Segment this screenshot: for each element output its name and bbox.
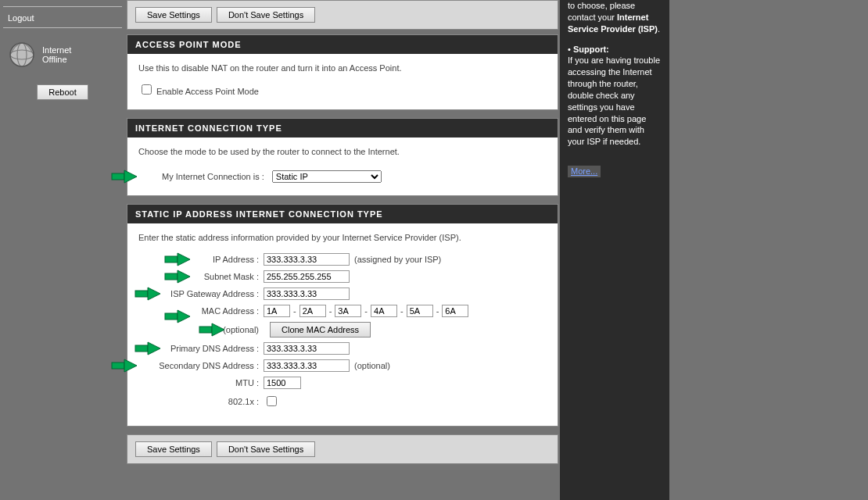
clone-mac-button[interactable]: Clone MAC Address <box>270 322 371 338</box>
internet-connection-select[interactable]: Static IP <box>272 170 382 183</box>
panel-header-ict: INTERNET CONNECTION TYPE <box>127 119 558 138</box>
ip-address-input[interactable] <box>264 253 350 266</box>
enable-apm-label[interactable]: Enable Access Point Mode <box>138 87 259 96</box>
subnet-mask-label: Subnet Mask : <box>138 272 264 281</box>
toolbar-top: Save Settings Don't Save Settings <box>127 0 558 30</box>
arrow-icon <box>134 341 162 355</box>
apm-description: Use this to disable NAT on the router an… <box>138 63 547 73</box>
staticip-description: Enter the static address information pro… <box>138 233 547 242</box>
arrow-icon <box>163 252 192 266</box>
help-support-text: If you are having trouble accessing the … <box>568 55 660 146</box>
arrow-icon <box>110 359 138 373</box>
arrow-icon <box>198 323 226 337</box>
mac-input-5[interactable] <box>442 305 468 317</box>
secondary-dns-note: (optional) <box>354 361 390 370</box>
save-settings-button[interactable]: Save Settings <box>135 7 212 23</box>
logout-link[interactable]: Logout <box>3 7 122 28</box>
internet-status-line2: Offline <box>42 55 67 64</box>
dont-save-settings-button-bottom[interactable]: Don't Save Settings <box>217 441 315 457</box>
enable-apm-checkbox[interactable] <box>142 84 152 95</box>
primary-dns-input[interactable] <box>264 342 350 355</box>
panel-internet-connection-type: INTERNET CONNECTION TYPE Choose the mode… <box>127 118 558 196</box>
ip-address-label: IP Address : <box>138 255 264 264</box>
globe-icon <box>8 41 36 69</box>
arrow-icon <box>163 270 192 284</box>
mac-input-3[interactable] <box>371 305 397 317</box>
mac-input-4[interactable] <box>407 305 433 317</box>
more-link[interactable]: More... <box>568 166 601 177</box>
subnet-mask-input[interactable] <box>264 270 350 283</box>
arrow-icon <box>110 170 138 184</box>
dot1x-checkbox[interactable] <box>267 396 277 406</box>
internet-status: Internet Offline <box>3 28 122 81</box>
panel-header-apm: ACCESS POINT MODE <box>127 35 558 54</box>
mac-input-2[interactable] <box>335 305 361 317</box>
mac-address-label: MAC Address : <box>138 306 264 316</box>
dont-save-settings-button[interactable]: Don't Save Settings <box>217 7 315 23</box>
reboot-button[interactable]: Reboot <box>37 84 88 100</box>
panel-access-point-mode: ACCESS POINT MODE Use this to disable NA… <box>127 34 558 110</box>
secondary-dns-label: Secondary DNS Address : <box>138 361 264 370</box>
help-sidebar: to choose, please contact your Internet … <box>560 0 669 500</box>
panel-static-ip: STATIC IP ADDRESS INTERNET CONNECTION TY… <box>127 204 558 427</box>
mac-input-1[interactable] <box>299 305 326 317</box>
main-content: Save Settings Don't Save Settings ACCESS… <box>125 0 560 500</box>
secondary-dns-input[interactable] <box>264 359 350 372</box>
gateway-input[interactable] <box>264 288 350 300</box>
left-sidebar: Logout Internet Offline Reboot <box>0 0 125 500</box>
dot1x-label: 802.1x : <box>138 397 264 406</box>
ict-description: Choose the mode to be used by the router… <box>138 147 547 156</box>
internet-connection-label: My Internet Connection is : <box>162 172 264 181</box>
internet-status-line1: Internet <box>42 45 71 55</box>
toolbar-bottom: Save Settings Don't Save Settings <box>127 434 558 464</box>
arrow-icon <box>134 287 162 301</box>
mtu-input[interactable] <box>264 377 301 389</box>
panel-header-staticip: STATIC IP ADDRESS INTERNET CONNECTION TY… <box>127 205 558 223</box>
ip-address-note: (assigned by your ISP) <box>354 255 441 264</box>
mac-input-0[interactable] <box>264 305 290 317</box>
save-settings-button-bottom[interactable]: Save Settings <box>135 441 212 457</box>
mtu-label: MTU : <box>138 378 264 388</box>
